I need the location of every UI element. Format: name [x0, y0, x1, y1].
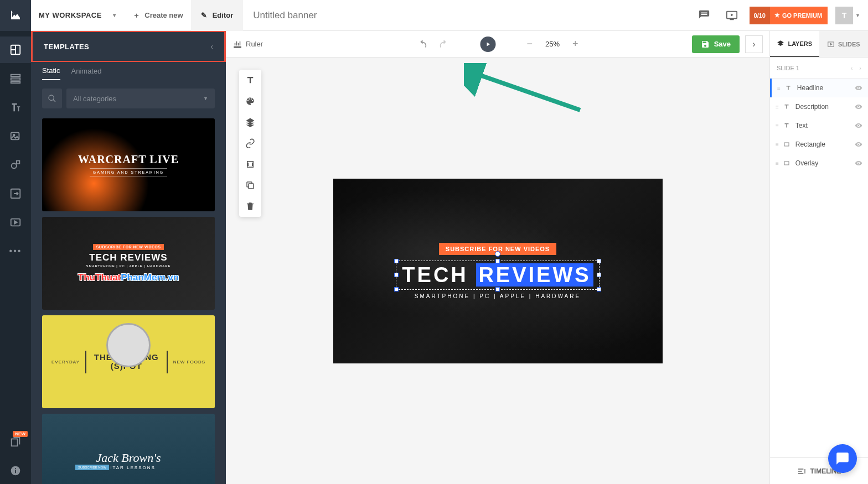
resize-handle[interactable]	[597, 259, 601, 263]
rail-video[interactable]	[0, 209, 31, 236]
rail-templates[interactable]	[0, 37, 31, 63]
layer-item[interactable]: ≡Description	[770, 97, 868, 116]
svg-rect-8	[12, 439, 18, 446]
tab-layers[interactable]: LAYERS	[770, 31, 819, 57]
layer-type-icon	[783, 160, 791, 166]
canvas-area: Ruler − 25% + Save ›	[226, 31, 769, 484]
drag-handle-icon[interactable]: ≡	[776, 160, 779, 166]
layer-type-icon	[783, 122, 791, 129]
layers-panel: LAYERS SLIDES SLIDE 1 ‹ › ≡Headline≡Desc…	[769, 31, 868, 484]
zoom-out-button[interactable]: −	[526, 38, 533, 50]
drag-handle-icon[interactable]: ≡	[776, 142, 779, 148]
template-item[interactable]: SUBSCRIBE FOR NEW VIDEOS TECH REVIEWS SM…	[42, 217, 215, 310]
create-new-button[interactable]: ＋ Create new	[125, 11, 190, 20]
svg-rect-4	[11, 133, 19, 140]
undo-button[interactable]	[417, 39, 428, 50]
template-type-tabs: Static Animated	[31, 62, 226, 84]
resize-handle[interactable]	[394, 287, 399, 292]
redo-button[interactable]	[438, 39, 449, 50]
chat-button[interactable]	[828, 444, 857, 473]
layer-name: Headline	[797, 84, 850, 92]
layer-item[interactable]: ≡Text	[770, 116, 868, 135]
layer-item[interactable]: ≡Overlay	[770, 154, 868, 173]
resize-handle[interactable]	[394, 259, 399, 263]
text-tool-icon[interactable]	[239, 70, 261, 91]
tab-slides[interactable]: SLIDES	[819, 31, 869, 57]
layers-tool-icon[interactable]	[239, 112, 261, 133]
layer-name: Text	[795, 122, 850, 129]
rail-more[interactable]: •••	[0, 238, 31, 264]
drag-handle-icon[interactable]: ≡	[777, 85, 781, 91]
workspace-selector[interactable]: MY WORKSPACE ▼	[31, 11, 125, 19]
resize-handle[interactable]	[495, 287, 500, 292]
selected-element[interactable]: TECH REVIEWS	[396, 261, 599, 290]
rail-info[interactable]	[0, 457, 31, 484]
rail-shapes[interactable]	[0, 152, 31, 178]
rail-text[interactable]	[0, 94, 31, 121]
banner-title-input[interactable]	[243, 10, 694, 21]
layer-type-icon	[783, 141, 791, 148]
visibility-toggle-icon[interactable]	[855, 84, 862, 92]
duplicate-tool-icon[interactable]	[239, 175, 261, 196]
color-tool-icon[interactable]	[239, 91, 261, 112]
category-select[interactable]: All categories ▼	[66, 89, 215, 108]
svg-rect-15	[784, 162, 789, 165]
banner-preview[interactable]: SUBSCRIBE FOR NEW VIDEOS TECH REVIEWS SM…	[333, 179, 663, 363]
layer-name: Rectangle	[795, 140, 850, 148]
svg-point-10	[49, 95, 54, 100]
rotate-handle[interactable]	[495, 251, 500, 257]
visibility-toggle-icon[interactable]	[855, 122, 862, 129]
app-logo[interactable]	[0, 0, 31, 31]
canvas-toolbar: Ruler − 25% + Save ›	[226, 31, 769, 58]
resize-handle[interactable]	[495, 259, 500, 263]
rail-library[interactable]: NEW	[0, 429, 31, 455]
resize-handle[interactable]	[394, 273, 399, 277]
preview-icon[interactable]	[722, 6, 742, 25]
layer-item[interactable]: ≡Headline	[770, 79, 868, 97]
tab-static[interactable]: Static	[42, 66, 60, 80]
collapse-panel-button[interactable]: ‹	[210, 42, 213, 51]
save-button[interactable]: Save	[692, 35, 740, 53]
layer-type-icon	[783, 103, 791, 110]
link-tool-icon[interactable]	[239, 133, 261, 154]
user-menu[interactable]: T ▼	[835, 7, 860, 24]
svg-rect-3	[11, 82, 20, 84]
rail-images[interactable]	[0, 123, 31, 149]
comments-icon[interactable]	[694, 6, 714, 25]
zoom-in-button[interactable]: +	[572, 38, 578, 50]
pencil-icon: ✎	[201, 11, 207, 19]
visibility-toggle-icon[interactable]	[855, 159, 862, 167]
next-button[interactable]: ›	[745, 35, 763, 53]
resize-handle[interactable]	[597, 287, 601, 292]
drag-handle-icon[interactable]: ≡	[776, 104, 779, 110]
templates-panel: TEMPLATES ‹ Static Animated All categori…	[31, 31, 226, 484]
ruler-toggle[interactable]: Ruler	[232, 39, 263, 49]
rail-layouts[interactable]	[0, 65, 31, 92]
template-item[interactable]: SUBSCRIBE NOW Jack Brown's GUITAR LESSON…	[42, 414, 215, 484]
element-tools	[239, 70, 261, 217]
canvas-viewport[interactable]: SUBSCRIBE FOR NEW VIDEOS TECH REVIEWS SM…	[226, 58, 769, 484]
editor-button[interactable]: ✎ Editor	[191, 0, 244, 31]
svg-rect-11	[249, 184, 254, 189]
search-button[interactable]	[42, 89, 62, 108]
plus-icon: ＋	[133, 11, 140, 20]
template-item[interactable]: EVERYDAY THE COOKING(S)POT NEW FOODS	[42, 315, 215, 408]
go-premium-button[interactable]: 0/10 ★ GO PREMIUM	[750, 7, 828, 24]
rail-import[interactable]	[0, 180, 31, 207]
chevron-down-icon: ▼	[203, 96, 208, 101]
layer-type-icon	[785, 85, 793, 91]
prev-slide-button[interactable]: ‹	[851, 65, 853, 71]
delete-tool-icon[interactable]	[239, 196, 261, 217]
layer-item[interactable]: ≡Rectangle	[770, 135, 868, 154]
visibility-toggle-icon[interactable]	[855, 103, 862, 111]
panel-header: TEMPLATES ‹	[31, 31, 226, 62]
play-button[interactable]	[480, 37, 495, 52]
template-item[interactable]: WARCRAFT LIVE GAMING AND STREAMING	[42, 118, 215, 211]
visibility-toggle-icon[interactable]	[855, 140, 862, 148]
resize-handle[interactable]	[597, 273, 601, 277]
next-slide-button[interactable]: ›	[859, 65, 861, 71]
video-tool-icon[interactable]	[239, 154, 261, 175]
chevron-down-icon: ▼	[112, 12, 117, 18]
drag-handle-icon[interactable]: ≡	[776, 123, 779, 129]
tab-animated[interactable]: Animated	[71, 67, 102, 80]
